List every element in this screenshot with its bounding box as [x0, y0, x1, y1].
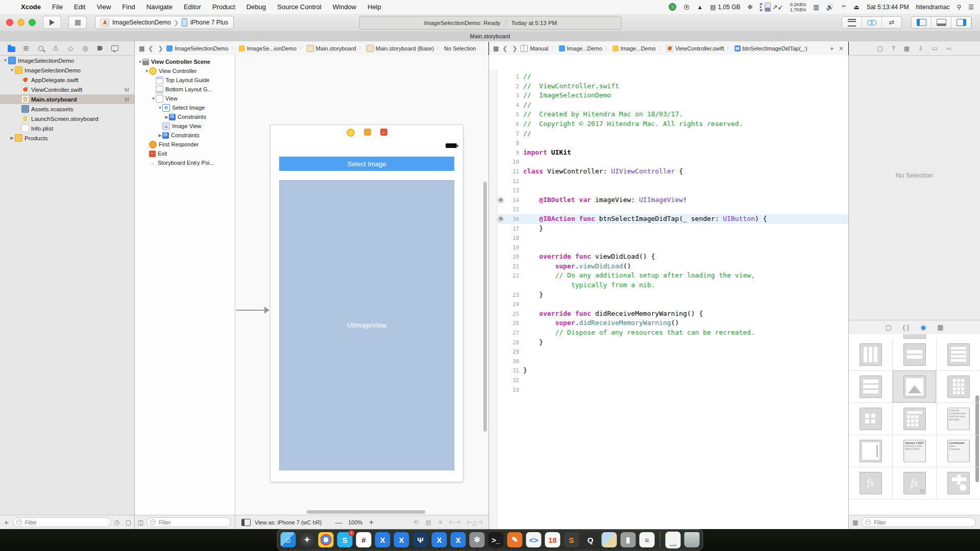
code-line-13[interactable]: 13 [497, 186, 848, 195]
file-row-assets-xcassets[interactable]: Assets.xcassets [0, 104, 134, 114]
view-controller-icon[interactable] [347, 129, 355, 137]
size-inspector-icon[interactable]: ▭ [932, 45, 938, 52]
outline-row-view-controller[interactable]: ▼View Controller [135, 66, 235, 76]
back-button[interactable]: ❮ [501, 45, 508, 52]
dock-terminal[interactable]: >_ [488, 532, 504, 547]
toggle-utilities-button[interactable] [951, 17, 971, 28]
code-line-33[interactable]: 33 [497, 385, 848, 395]
canvas-horizontal-scrollbar[interactable] [307, 510, 425, 514]
code-line-15[interactable]: 15 [497, 205, 848, 214]
storyboard-crumb-1[interactable]: ImageSe...ionDemo [239, 45, 297, 52]
code-line-17[interactable]: 17 } [497, 224, 848, 234]
disclosure-triangle[interactable]: ▶ [10, 136, 14, 140]
quick-help-inspector-icon[interactable]: ? [892, 45, 895, 52]
code-line-1[interactable]: 1// [497, 72, 848, 82]
disclosure-triangle[interactable]: ▶ [158, 133, 162, 138]
dock-skype[interactable]: S1 [337, 532, 353, 547]
disclosure-triangle[interactable]: ▼ [158, 106, 162, 110]
zoom-in-button[interactable]: + [362, 517, 380, 528]
library-item-text-view[interactable]: Lorem ips consectetu auro vitat Nunc ven… [937, 403, 980, 435]
zoom-level[interactable]: 100% [348, 519, 362, 525]
connection-well-icon[interactable] [498, 197, 503, 203]
outline-filter-input[interactable] [158, 519, 227, 526]
dock-slack[interactable]: # [356, 532, 372, 547]
dock-swift-doc[interactable]: swift [666, 532, 681, 548]
breakpoint-ribbon[interactable] [489, 69, 497, 529]
code-line-14[interactable]: 14 @IBOutlet var imageView: UIImageView! [497, 195, 848, 205]
forward-button[interactable]: ❯ [511, 45, 518, 52]
dock-quicktime[interactable]: Q [583, 532, 598, 547]
align-icon[interactable]: ⊢⊣ [449, 519, 460, 526]
dock-notes[interactable]: ≡ [640, 532, 655, 547]
menu-navigate[interactable]: Navigate [141, 3, 178, 11]
exit-icon[interactable]: ← [380, 129, 387, 136]
file-row-main-storyboard[interactable]: Main.storyboardM [0, 94, 134, 104]
code-line-5[interactable]: 5// Created by Hitendra Mac on 18/03/17. [497, 110, 848, 119]
outline-row-storyboard-entry-poi-[interactable]: →Storyboard Entry Poi... [135, 158, 235, 167]
debug-navigator-icon[interactable]: ◎ [81, 44, 89, 53]
issues-navigator-icon[interactable]: ⚠ [52, 44, 60, 53]
library-item-visual-effect-view-vibrancy[interactable]: fxv [893, 467, 937, 499]
menu-xcode[interactable]: Xcode [15, 3, 46, 11]
toggle-navigator-button[interactable] [912, 17, 932, 28]
code-line-21[interactable]: 21 super.viewDidLoad() [497, 262, 848, 271]
code-line-11[interactable]: 11class ViewController: UIViewController… [497, 167, 848, 177]
zoom-window-button[interactable] [29, 19, 36, 26]
minimize-window-button[interactable] [17, 19, 24, 26]
library-item-image-view[interactable] [893, 370, 937, 403]
code-line-wrap[interactable]: typically from a nib. [497, 281, 848, 290]
select-image-button[interactable]: Select Image [279, 157, 454, 171]
code-line-27[interactable]: 27 // Dispose of any resources that can … [497, 328, 848, 338]
outline-row-bottom-layout-g-[interactable]: Bottom Layout G... [135, 85, 235, 94]
disclosure-triangle[interactable]: ▼ [144, 69, 149, 73]
related-items-icon[interactable]: ▦ [135, 45, 144, 52]
memory-status[interactable]: ▤ 1.05 GB [710, 4, 740, 11]
code-line-8[interactable]: 8 [497, 138, 848, 148]
volume-icon[interactable]: 🔊 [826, 4, 834, 11]
file-row-launchscreen-storyboard[interactable]: LaunchScreen.storyboard [0, 114, 134, 123]
file-row-imageselectiondemo[interactable]: ▼ImageSelectionDemo [0, 56, 134, 65]
reports-navigator-icon[interactable] [111, 44, 119, 53]
disclosure-triangle[interactable]: ▼ [151, 96, 156, 101]
code-line-26[interactable]: 26 super.didReceiveMemoryWarning() [497, 318, 848, 328]
code-line-3[interactable]: 3// ImageSelectionDemo [497, 91, 848, 101]
notification-center-icon[interactable]: ☰ [968, 4, 974, 11]
menu-edit[interactable]: Edit [68, 3, 91, 11]
code-line-23[interactable]: 23 } [497, 290, 848, 300]
file-template-library-tab[interactable]: ▢ [885, 323, 891, 331]
zoom-out-button[interactable]: — [329, 518, 348, 527]
code-content[interactable]: 1//2// ViewController.swift3// ImageSele… [497, 72, 848, 394]
menu-window[interactable]: Window [327, 3, 362, 11]
outline-row-exit[interactable]: Exit [135, 149, 235, 158]
view-as-button[interactable]: View as: iPhone 7 (wC hR) [255, 519, 322, 525]
code-line-28[interactable]: 28 } [497, 338, 848, 347]
menu-product[interactable]: Product [207, 3, 241, 11]
code-crumb-0[interactable]: Manual [521, 45, 548, 52]
storyboard-crumb-4[interactable]: No Selection [444, 45, 476, 52]
code-crumb-1[interactable]: Image...Demo [559, 45, 602, 52]
dock-xcode[interactable]: X [375, 532, 390, 547]
dock-xcode-3[interactable]: X [451, 532, 466, 547]
library-item-visual-effect-view[interactable]: fx [849, 467, 893, 499]
project-navigator-icon[interactable] [7, 44, 15, 53]
dock-system-preferences[interactable]: ✻ [470, 532, 485, 547]
update-frames-icon[interactable]: ⟲ [413, 519, 419, 526]
code-snippet-library-tab[interactable]: { } [903, 323, 909, 331]
mem-meter[interactable]: MEM ↗↙ [760, 3, 783, 12]
search-navigator-icon[interactable] [37, 44, 45, 53]
outline-row-constraints[interactable]: ▶Constraints [135, 131, 235, 140]
eject-icon[interactable]: ⏏ [853, 4, 859, 11]
version-editor-button[interactable]: ⇄ [882, 17, 901, 28]
menu-source-control[interactable]: Source Control [272, 3, 327, 11]
scm-status-icon[interactable]: ▢ [122, 519, 134, 526]
code-line-7[interactable]: 7// [497, 129, 848, 139]
dock-device-app[interactable]: ▮ [621, 532, 636, 547]
dock-launchpad[interactable]: ✦ [300, 532, 315, 547]
dock-photos[interactable] [602, 532, 617, 547]
outline-row-view[interactable]: ▼View [135, 94, 235, 103]
file-row-imageselectiondemo[interactable]: ▼ImageSelectionDemo [0, 65, 134, 75]
window-tab-bar[interactable]: Main.storyboard [0, 31, 980, 42]
back-button[interactable]: ❮ [147, 45, 154, 52]
file-row-products[interactable]: ▶Products [0, 133, 134, 143]
object-library-tab[interactable]: ◉ [920, 323, 926, 331]
